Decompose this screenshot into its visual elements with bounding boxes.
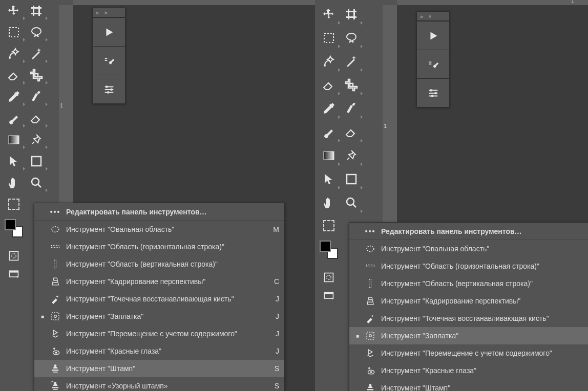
actions-panel[interactable]: » × [416, 11, 450, 107]
tool-icon [50, 381, 61, 391]
flyout-item[interactable]: Инструмент "Перемещение с учетом содержи… [34, 325, 284, 342]
tool-zoom[interactable] [340, 191, 363, 214]
foreground-color-swatch[interactable] [320, 241, 331, 252]
panel-expand-icon[interactable]: » [96, 10, 100, 16]
actions-play-button[interactable] [93, 17, 125, 46]
flyout-item[interactable]: Инструмент "Штамп"S [34, 360, 284, 377]
tool-icon [365, 244, 376, 254]
flyout-item[interactable]: Инструмент "Овальная область"M [349, 240, 588, 257]
flyout-item[interactable]: Инструмент "Овальная область"M [34, 221, 284, 238]
ellipsis-icon: ••• [50, 208, 61, 216]
tool-rectangular-marquee[interactable] [3, 21, 25, 43]
flyout-item-shortcut: J [270, 312, 279, 320]
flyout-item[interactable]: ■Инструмент "Заплатка"J [34, 308, 284, 325]
tool-path-selection[interactable] [3, 150, 25, 172]
actions-panel[interactable]: » × [92, 8, 125, 104]
actions-panel-header[interactable]: » × [93, 8, 125, 17]
tool-icon [365, 331, 376, 341]
tool-artboard[interactable] [25, 0, 48, 21]
tool-gradient[interactable] [3, 129, 25, 150]
flyout-item[interactable]: Инструмент «Узорный штамп»S [34, 377, 284, 391]
screen-mode-button[interactable] [318, 288, 340, 304]
tool-rectangular-marquee[interactable] [318, 26, 340, 50]
tool-slice[interactable] [340, 97, 363, 120]
actions-sliders-button[interactable] [417, 78, 449, 107]
flyout-item[interactable]: Инструмент "Красные глаза"J [34, 342, 284, 360]
tool-lasso[interactable] [340, 26, 363, 50]
tool-eraser[interactable] [318, 73, 340, 97]
tool-crop[interactable] [340, 73, 363, 97]
tool-pen[interactable] [25, 129, 48, 150]
edit-toolbar-button[interactable] [3, 193, 25, 215]
tool-hand[interactable] [3, 172, 25, 193]
edit-toolbar-button[interactable] [318, 215, 340, 236]
flyout-item[interactable]: ■Инструмент "Заплатка"J [349, 327, 588, 344]
flyout-item[interactable]: Инструмент "Кадрирование перспективы"C [349, 292, 588, 310]
tool-crop[interactable] [25, 64, 48, 86]
tool-artboard[interactable] [340, 3, 363, 26]
tool-pen[interactable] [340, 144, 363, 167]
flyout-item-label: Инструмент "Овальная область" [381, 245, 580, 253]
tool-icon [50, 363, 61, 374]
flyout-item-label: Инструмент "Точечная восстанавливающая к… [381, 314, 580, 322]
flyout-item[interactable]: Инструмент "Точечная восстанавливающая к… [34, 290, 284, 308]
tool-overflow-menu[interactable]: •••Редактировать панель инструментов…Инс… [349, 222, 588, 391]
tool-rectangle-shape[interactable] [340, 167, 363, 191]
panel-expand-icon[interactable]: » [420, 13, 424, 19]
quickmask-toggle[interactable] [3, 249, 25, 263]
tool-quick-selection[interactable] [318, 50, 340, 73]
tool-eraser2[interactable] [25, 107, 48, 129]
flyout-item[interactable]: Инструмент "Красные глаза"J [349, 362, 588, 379]
flyout-item[interactable]: Инструмент "Область (вертикальная строка… [349, 275, 588, 292]
panel-close-icon[interactable]: × [428, 13, 432, 19]
ruler-horizontal[interactable] [73, 0, 315, 5]
flyout-item[interactable]: Инструмент "Область (вертикальная строка… [34, 255, 284, 273]
actions-sliders-button[interactable] [93, 75, 125, 103]
flyout-item[interactable]: Инструмент "Область (горизонтальная стро… [34, 238, 284, 255]
tool-brush[interactable] [318, 120, 340, 144]
tool-move[interactable] [318, 3, 340, 26]
tool-gradient[interactable] [318, 144, 340, 167]
flyout-item[interactable]: Инструмент "Штамп"S [349, 379, 588, 391]
tool-overflow-menu[interactable]: •••Редактировать панель инструментов…Инс… [34, 203, 285, 391]
flyout-item-label: Инструмент "Штамп" [66, 364, 265, 373]
actions-history-brush-button[interactable] [93, 46, 125, 75]
actions-panel-header[interactable]: » × [417, 12, 449, 21]
tool-quick-selection[interactable] [3, 43, 25, 64]
flyout-item-shortcut: J [270, 330, 279, 338]
screen-mode-button[interactable] [3, 266, 25, 283]
tool-slice[interactable] [25, 86, 48, 107]
flyout-edit-toolbar-header[interactable]: •••Редактировать панель инструментов… [34, 203, 284, 221]
tool-eraser2[interactable] [340, 120, 363, 144]
flyout-item[interactable]: Инструмент "Кадрирование перспективы"C [34, 273, 284, 290]
foreground-color-swatch[interactable] [5, 219, 16, 230]
tool-path-selection[interactable] [318, 167, 340, 191]
flyout-item[interactable]: Инструмент "Точечная восстанавливающая к… [349, 310, 588, 327]
flyout-edit-toolbar-header[interactable]: •••Редактировать панель инструментов… [349, 223, 588, 240]
actions-play-button[interactable] [417, 21, 449, 50]
tool-icon [50, 242, 61, 252]
tool-icon [365, 313, 376, 323]
actions-history-brush-button[interactable] [417, 50, 449, 78]
foreground-background-color[interactable] [318, 238, 340, 263]
tool-lasso[interactable] [25, 21, 48, 43]
tool-eyedropper[interactable] [3, 86, 25, 107]
ruler-horizontal[interactable]: 1 [397, 0, 588, 5]
quickmask-toggle[interactable] [318, 270, 340, 285]
flyout-item[interactable]: Инструмент "Область (горизонтальная стро… [349, 257, 588, 275]
tool-zoom[interactable] [25, 172, 48, 193]
foreground-background-color[interactable] [3, 217, 25, 242]
flyout-item[interactable]: Инструмент "Перемещение с учетом содержи… [349, 344, 588, 362]
toolbar-lower [3, 193, 30, 283]
flyout-item-shortcut: J [585, 366, 588, 375]
tool-rectangle-shape[interactable] [25, 150, 48, 172]
tool-hand[interactable] [318, 191, 340, 214]
tool-eyedropper[interactable] [318, 97, 340, 120]
current-marker: ■ [40, 314, 45, 319]
tool-brush[interactable] [3, 107, 25, 129]
tool-magic-wand[interactable] [25, 43, 48, 64]
tool-move[interactable] [3, 0, 25, 21]
panel-close-icon[interactable]: × [104, 10, 108, 16]
tool-magic-wand[interactable] [340, 50, 363, 73]
tool-eraser[interactable] [3, 64, 25, 86]
